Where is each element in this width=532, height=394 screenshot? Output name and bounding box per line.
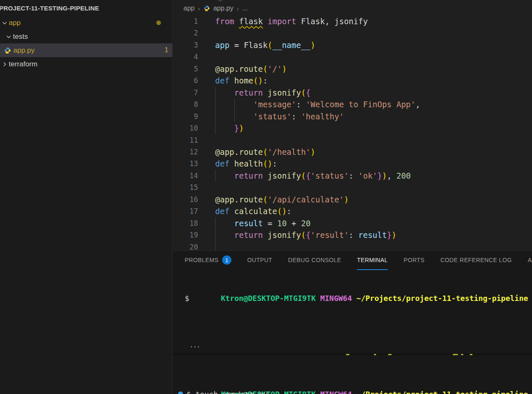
terminal-prompt-line: Ktron@DESKTOP-MTGI9TK MINGW64 ~/Projects… bbox=[185, 281, 528, 316]
line-number[interactable]: 1 bbox=[173, 15, 198, 27]
line-number[interactable]: 19 bbox=[173, 229, 198, 241]
code-text: def health(): bbox=[215, 158, 277, 169]
sidebar-item-tests-folder[interactable]: tests bbox=[0, 30, 173, 43]
code-line[interactable]: 3app = Flask(__name__) bbox=[173, 39, 532, 51]
file-label: app.py bbox=[13, 46, 35, 55]
code-text: app = Flask(__name__) bbox=[215, 39, 315, 51]
code-text: return jsonify({ bbox=[215, 87, 311, 98]
chevron-right-icon bbox=[1, 61, 8, 68]
code-line[interactable]: 10 }) bbox=[173, 122, 532, 134]
terminal-ellipsis: ... bbox=[190, 342, 200, 349]
tab-debug-console[interactable]: DEBUG CONSOLE bbox=[288, 251, 341, 270]
line-number[interactable]: 16 bbox=[173, 194, 198, 205]
code-text: @app.route('/') bbox=[215, 63, 287, 75]
code-line[interactable]: 1from flask import Flask, jsonify bbox=[173, 15, 532, 27]
code-text: from flask import Flask, jsonify bbox=[215, 15, 368, 27]
code-line[interactable]: 16@app.route('/api/calculate') bbox=[173, 194, 532, 205]
bottom-panel: PROBLEMS 1 OUTPUT DEBUG CONSOLE TERMINAL… bbox=[173, 250, 532, 394]
line-number[interactable]: 20 bbox=[173, 241, 198, 250]
screenshot-seam bbox=[173, 354, 532, 355]
clipped-text-remnant bbox=[470, 354, 472, 355]
chevron-down-icon bbox=[1, 20, 8, 26]
code-text: 'status': 'healthy' bbox=[215, 111, 344, 122]
code-line[interactable]: 18 result = 10 + 20 bbox=[173, 217, 532, 229]
code-text: @app.route('/api/calculate') bbox=[215, 194, 349, 205]
folder-label: terraform bbox=[9, 60, 38, 68]
code-text: return jsonify({'status': 'ok'}), 200 bbox=[215, 170, 411, 182]
terminal-prompt-char: $ bbox=[185, 293, 189, 304]
clipped-text-remnant bbox=[388, 354, 391, 355]
folder-label: tests bbox=[13, 33, 28, 41]
code-line[interactable]: 15 bbox=[173, 182, 532, 193]
line-number[interactable]: 12 bbox=[173, 146, 198, 158]
clipped-text-remnant bbox=[461, 354, 463, 355]
line-number[interactable]: 15 bbox=[173, 182, 198, 193]
tab-output[interactable]: OUTPUT bbox=[247, 251, 272, 270]
code-line[interactable]: 8 'message': 'Welcome to FinOps App', bbox=[173, 98, 532, 110]
code-line[interactable]: 2 bbox=[173, 27, 532, 39]
clipped-text-remnant bbox=[453, 354, 458, 355]
problems-count-badge: 1 bbox=[165, 46, 168, 54]
line-number[interactable]: 5 bbox=[173, 63, 198, 75]
line-number[interactable]: 9 bbox=[173, 111, 198, 122]
code-text: 'message': 'Welcome to FinOps App', bbox=[215, 98, 420, 110]
explorer-sidebar: PROJECT-11-TESTING-PIPELINE app tests ap… bbox=[0, 0, 173, 394]
line-number[interactable]: 17 bbox=[173, 205, 198, 217]
command-decoration-dot[interactable] bbox=[178, 391, 183, 394]
code-line[interactable]: 20 bbox=[173, 241, 532, 250]
code-line[interactable]: 12@app.route('/health') bbox=[173, 146, 532, 158]
chevron-down-icon bbox=[5, 33, 12, 40]
explorer-section-header[interactable]: PROJECT-11-TESTING-PIPELINE bbox=[0, 5, 166, 12]
code-line[interactable]: 6def home(): bbox=[173, 75, 532, 86]
tab-code-reference-log[interactable]: CODE REFERENCE LOG bbox=[440, 251, 512, 270]
code-line[interactable]: 17def calculate(): bbox=[173, 205, 532, 217]
line-number[interactable]: 11 bbox=[173, 134, 198, 146]
code-line[interactable]: 5@app.route('/') bbox=[173, 63, 532, 75]
vscode-window: PROJECT-11-TESTING-PIPELINE app tests ap… bbox=[0, 0, 532, 394]
code-editor[interactable]: app › app.py › ... 1from flask import Fl… bbox=[173, 0, 532, 250]
problems-badge: 1 bbox=[222, 255, 231, 265]
line-number[interactable]: 3 bbox=[173, 39, 198, 51]
code-text: result = 10 + 20 bbox=[215, 217, 311, 229]
code-text: return jsonify({'result': result}) bbox=[215, 229, 396, 241]
tab-azure[interactable]: AZURE bbox=[528, 251, 532, 270]
clipped-text-remnant bbox=[374, 354, 376, 355]
folder-label: app bbox=[9, 19, 20, 27]
line-number[interactable]: 13 bbox=[173, 158, 198, 169]
line-number[interactable]: 14 bbox=[173, 170, 198, 182]
line-number[interactable]: 2 bbox=[173, 27, 198, 39]
code-line[interactable]: 11 bbox=[173, 134, 532, 146]
tab-terminal[interactable]: TERMINAL bbox=[357, 251, 388, 270]
tab-ports[interactable]: PORTS bbox=[404, 251, 424, 270]
line-number[interactable]: 8 bbox=[173, 98, 198, 110]
panel-tab-bar: PROBLEMS 1 OUTPUT DEBUG CONSOLE TERMINAL… bbox=[173, 251, 532, 270]
terminal-command: $ touch app/app.py bbox=[186, 389, 268, 394]
line-number[interactable]: 18 bbox=[173, 217, 198, 229]
code-line[interactable]: 14 return jsonify({'status': 'ok'}), 200 bbox=[173, 170, 532, 182]
python-file-icon bbox=[4, 47, 11, 54]
line-number[interactable]: 6 bbox=[173, 75, 198, 86]
code-line[interactable]: 13def health(): bbox=[173, 158, 532, 169]
sidebar-item-app-folder[interactable]: app bbox=[0, 16, 173, 30]
code-line[interactable]: 4 bbox=[173, 51, 532, 63]
line-number[interactable]: 4 bbox=[173, 51, 198, 63]
sidebar-item-terraform-folder[interactable]: terraform bbox=[0, 57, 173, 71]
code-line[interactable]: 9 'status': 'healthy' bbox=[173, 111, 532, 122]
code-text: def home(): bbox=[215, 75, 268, 86]
clipped-text-remnant bbox=[346, 354, 349, 355]
code-area[interactable]: 1from flask import Flask, jsonify23app =… bbox=[173, 0, 532, 250]
line-number[interactable]: 10 bbox=[173, 122, 198, 134]
tab-problems[interactable]: PROBLEMS 1 bbox=[185, 251, 231, 270]
code-line[interactable]: 19 return jsonify({'result': result}) bbox=[173, 229, 532, 241]
code-line[interactable]: 7 return jsonify({ bbox=[173, 87, 532, 98]
line-number[interactable]: 7 bbox=[173, 87, 198, 98]
code-text: def calculate(): bbox=[215, 205, 291, 217]
code-text: @app.route('/health') bbox=[215, 146, 315, 158]
code-text: }) bbox=[215, 122, 244, 134]
terminal-view[interactable]: Ktron@DESKTOP-MTGI9TK MINGW64 ~/Projects… bbox=[173, 270, 532, 394]
modified-dot-badge bbox=[156, 20, 161, 25]
sidebar-item-app-py[interactable]: app.py 1 bbox=[0, 43, 173, 57]
